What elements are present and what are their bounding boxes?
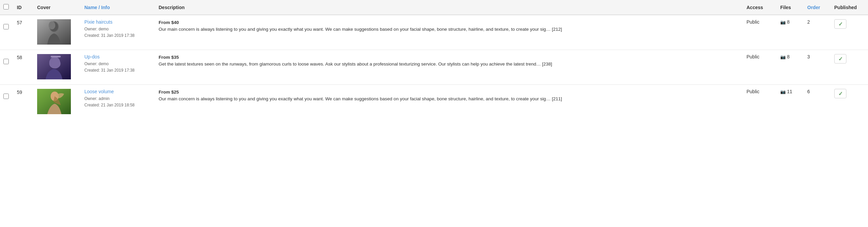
row-cover-58 — [34, 50, 81, 85]
files-count-59: 11 — [787, 89, 792, 94]
published-badge-59: ✓ — [834, 89, 846, 98]
row-owner-58: Owner: demo — [84, 61, 152, 67]
table-row: 59 Loose volume Owner: admin Created: 21… — [0, 85, 868, 120]
row-checkbox-59[interactable] — [3, 94, 9, 99]
table-header-row: ID Cover Name / Info Description Access … — [0, 0, 868, 15]
row-description-57: From $40 Our main concern is always list… — [155, 15, 743, 50]
row-access-59: Public — [743, 85, 777, 120]
row-price-57: From $40 — [159, 20, 179, 25]
header-checkbox — [0, 0, 13, 15]
row-description-59: From $25 Our main concern is always list… — [155, 85, 743, 120]
row-desc-body-59: Our main concern is always listening to … — [159, 96, 562, 101]
main-table: ID Cover Name / Info Description Access … — [0, 0, 868, 119]
row-created-57: Created: 31 Jan 2019 17:38 — [84, 32, 152, 39]
row-name-link-59[interactable]: Loose volume — [84, 89, 152, 94]
header-id: ID — [13, 0, 34, 15]
files-icon-58: 📷 — [780, 54, 786, 59]
row-description-58: From $35 Get the latest textures seen on… — [155, 50, 743, 85]
row-checkbox-58[interactable] — [3, 59, 9, 64]
published-badge-58: ✓ — [834, 54, 846, 64]
row-published-57: ✓ — [831, 15, 868, 50]
row-created-58: Created: 31 Jan 2019 17:38 — [84, 67, 152, 74]
header-name[interactable]: Name / Info — [81, 0, 155, 15]
row-checkbox-57[interactable] — [3, 24, 9, 29]
row-id-59: 59 — [13, 85, 34, 120]
row-owner-59: Owner: admin — [84, 96, 152, 102]
row-id-57: 57 — [13, 15, 34, 50]
row-desc-body-58: Get the latest textures seen on the runw… — [159, 61, 552, 67]
published-check-58: ✓ — [838, 56, 843, 62]
published-check-57: ✓ — [838, 21, 843, 27]
files-count-58: 8 — [787, 54, 790, 59]
row-created-59: Created: 21 Jan 2019 18:58 — [84, 102, 152, 108]
row-order-59: 6 — [804, 85, 831, 120]
select-all-checkbox[interactable] — [3, 4, 9, 9]
header-files: Files — [777, 0, 804, 15]
row-access-57: Public — [743, 15, 777, 50]
row-files-58: 📷 8 — [777, 50, 804, 85]
row-cover-57 — [34, 15, 81, 50]
row-name-link-57[interactable]: Pixie haircuts — [84, 19, 152, 25]
row-order-58: 3 — [804, 50, 831, 85]
row-price-58: From $35 — [159, 55, 179, 60]
row-order-57: 2 — [804, 15, 831, 50]
table-row: 58 Up-dos Owner: demo Created: 31 Jan 20… — [0, 50, 868, 85]
header-cover: Cover — [34, 0, 81, 15]
row-files-57: 📷 8 — [777, 15, 804, 50]
row-checkbox-cell — [0, 50, 13, 85]
row-name-cell-58: Up-dos Owner: demo Created: 31 Jan 2019 … — [81, 50, 155, 85]
header-order[interactable]: Order — [804, 0, 831, 15]
row-published-58: ✓ — [831, 50, 868, 85]
row-desc-body-57: Our main concern is always listening to … — [159, 27, 562, 32]
files-icon-57: 📷 — [780, 20, 786, 25]
files-count-57: 8 — [787, 19, 790, 25]
published-check-59: ✓ — [838, 91, 843, 97]
files-icon-59: 📷 — [780, 89, 786, 94]
header-description: Description — [155, 0, 743, 15]
row-access-58: Public — [743, 50, 777, 85]
row-name-cell-57: Pixie haircuts Owner: demo Created: 31 J… — [81, 15, 155, 50]
header-published: Published — [831, 0, 868, 15]
row-name-cell-59: Loose volume Owner: admin Created: 21 Ja… — [81, 85, 155, 120]
row-checkbox-cell — [0, 85, 13, 120]
published-badge-57: ✓ — [834, 19, 846, 29]
row-owner-57: Owner: demo — [84, 26, 152, 32]
table-row: 57 Pixie haircuts Owner: demo Created: 3… — [0, 15, 868, 50]
row-price-59: From $25 — [159, 90, 179, 95]
row-published-59: ✓ — [831, 85, 868, 120]
row-checkbox-cell — [0, 15, 13, 50]
table-container: ID Cover Name / Info Description Access … — [0, 0, 868, 119]
svg-rect-8 — [51, 56, 61, 57]
row-files-59: 📷 11 — [777, 85, 804, 120]
row-id-58: 58 — [13, 50, 34, 85]
svg-point-4 — [49, 21, 55, 29]
row-cover-59 — [34, 85, 81, 120]
row-name-link-58[interactable]: Up-dos — [84, 54, 152, 59]
header-access: Access — [743, 0, 777, 15]
